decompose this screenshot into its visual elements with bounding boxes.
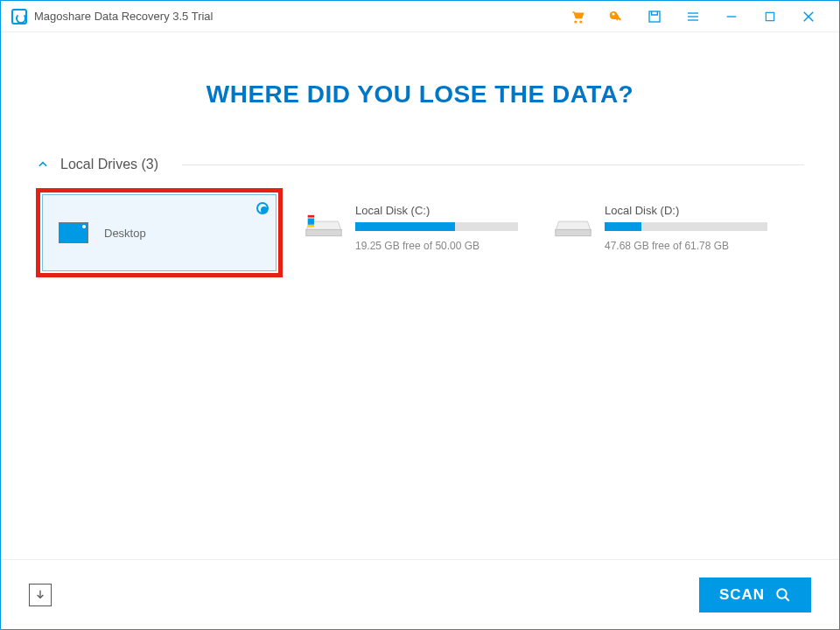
svg-rect-8 <box>306 229 341 235</box>
scan-button-label: SCAN <box>719 586 765 604</box>
titlebar: Magoshare Data Recovery 3.5 Trial <box>1 1 839 32</box>
disk-d-free-text: 47.68 GB free of 61.78 GB <box>605 240 781 252</box>
section-divider <box>182 164 804 165</box>
hdd-icon <box>304 204 343 242</box>
hdd-icon <box>554 204 592 242</box>
disk-d-label: Local Disk (D:) <box>605 204 781 217</box>
close-icon[interactable] <box>801 9 816 24</box>
desktop-icon <box>59 222 88 243</box>
chevron-up-icon[interactable] <box>36 158 50 172</box>
svg-point-14 <box>777 589 787 598</box>
download-update-button[interactable] <box>29 584 52 606</box>
drive-card-d[interactable]: Local Disk (D:) 47.68 GB free of 61.78 G… <box>554 188 781 252</box>
main-content: WHERE DID YOU LOSE THE DATA? Local Drive… <box>1 32 839 549</box>
svg-rect-5 <box>766 12 774 20</box>
radio-selected-icon <box>256 202 269 214</box>
menu-icon[interactable] <box>685 9 701 24</box>
section-title: Local Drives (3) <box>60 157 158 172</box>
maximize-icon[interactable] <box>762 9 778 24</box>
svg-rect-0 <box>649 11 660 22</box>
minimize-icon[interactable] <box>724 9 739 24</box>
app-logo-icon <box>11 9 27 24</box>
app-title: Magoshare Data Recovery 3.5 Trial <box>34 10 213 23</box>
section-header-local-drives: Local Drives (3) <box>36 157 804 172</box>
page-heading: WHERE DID YOU LOSE THE DATA? <box>36 80 804 108</box>
disk-icon[interactable] <box>647 9 662 24</box>
disk-c-free-text: 19.25 GB free of 50.00 GB <box>355 240 532 252</box>
scan-button[interactable]: SCAN <box>699 578 811 612</box>
drive-card-c[interactable]: Local Disk (C:) 19.25 GB free of 50.00 G… <box>304 188 532 252</box>
disk-c-usage-bar <box>355 222 518 231</box>
svg-line-15 <box>785 597 789 601</box>
cart-icon[interactable] <box>570 9 585 24</box>
svg-rect-9 <box>308 219 314 225</box>
footer: SCAN <box>1 559 839 629</box>
svg-rect-10 <box>308 215 314 218</box>
disk-d-usage-bar <box>605 222 767 231</box>
drive-name-desktop: Desktop <box>104 227 146 240</box>
key-icon[interactable] <box>608 9 624 24</box>
svg-rect-11 <box>308 225 314 228</box>
drive-card-desktop[interactable]: Desktop <box>36 188 283 277</box>
disk-c-label: Local Disk (C:) <box>355 204 532 217</box>
svg-rect-12 <box>556 229 591 235</box>
drives-row: Desktop Local Disk (C:) 19.25 GB free <box>36 188 804 277</box>
